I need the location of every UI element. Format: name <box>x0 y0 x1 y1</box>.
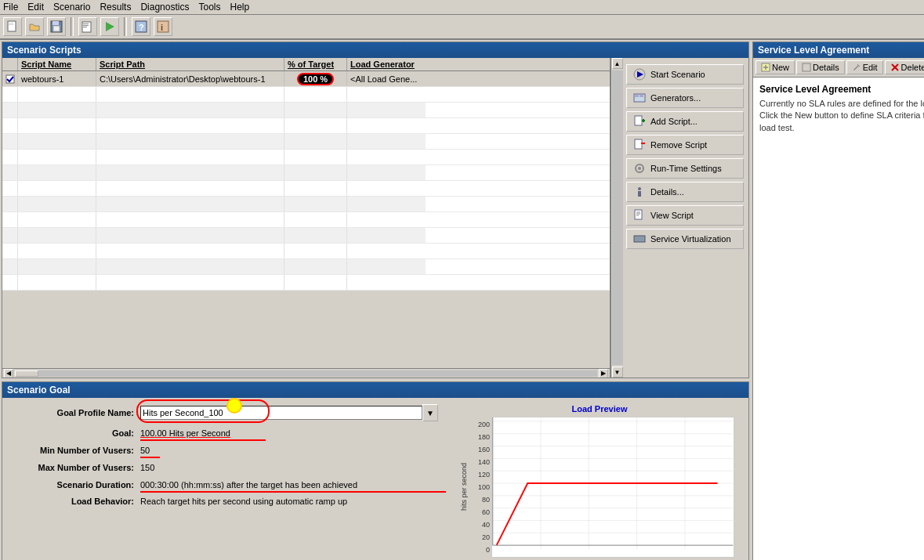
max-vusers-row: Max Number of Vusers: 150 <box>15 462 438 473</box>
add-script-label: Add Script... <box>650 117 698 126</box>
goal-profile-row: Goal Profile Name: ▼ <box>15 404 438 421</box>
y-tick-160: 160 <box>478 446 490 453</box>
add-script-icon <box>632 115 647 128</box>
min-vusers-label: Min Number of Vusers: <box>15 446 140 455</box>
empty-row <box>2 181 610 197</box>
hscroll-right-btn[interactable]: ▶ <box>599 369 608 378</box>
menu-results[interactable]: Results <box>100 2 131 13</box>
details-button[interactable]: Details... <box>626 182 744 202</box>
vscroll-up-btn[interactable]: ▲ <box>612 58 623 69</box>
empty-row <box>2 197 610 212</box>
remove-script-button[interactable]: Remove Script <box>626 135 744 155</box>
hscroll-left-btn[interactable]: ◀ <box>4 369 13 378</box>
start-scenario-button[interactable]: Start Scenario <box>626 64 744 85</box>
add-script-button[interactable]: Add Script... <box>626 111 744 132</box>
goal-content: Goal Profile Name: ▼ Goal: <box>2 398 748 560</box>
hscroll-track[interactable] <box>15 370 597 377</box>
toolbar-about-btn[interactable]: i <box>154 17 172 36</box>
action-buttons-panel: Start Scenario Generators... Add Script.… <box>623 58 748 378</box>
toolbar-open-btn[interactable] <box>25 17 44 36</box>
y-tick-100: 100 <box>478 483 490 491</box>
col-target-header[interactable]: % of Target <box>284 58 347 70</box>
vscroll-track[interactable] <box>612 70 623 365</box>
menu-help[interactable]: Help <box>230 2 249 13</box>
svg-rect-30 <box>635 210 642 219</box>
empty-row <box>2 275 610 291</box>
left-panels: Scenario Scripts Script Name Script Path… <box>0 40 751 560</box>
toolbar-script-btn[interactable] <box>78 17 97 36</box>
runtime-settings-button[interactable]: Run-Time Settings <box>626 158 744 179</box>
y-tick-120: 120 <box>478 471 490 479</box>
toolbar-separator-2 <box>124 17 127 36</box>
min-vusers-value: 50 <box>140 446 150 455</box>
sla-details-btn[interactable]: Details <box>796 60 845 74</box>
table-header: Script Name Script Path % of Target Load… <box>2 58 610 71</box>
svg-text:?: ? <box>139 23 144 32</box>
load-behavior-row: Load Behavior: Reach target hits per sec… <box>15 497 438 506</box>
service-virtualization-button[interactable]: Service Virtualization <box>626 229 744 249</box>
view-script-button[interactable]: View Script <box>626 205 744 226</box>
empty-row <box>2 212 610 228</box>
empty-row <box>2 259 610 275</box>
svg-rect-0 <box>8 21 16 31</box>
vscroll-down-btn[interactable]: ▼ <box>612 367 623 378</box>
svg-rect-2 <box>9 24 13 25</box>
scenario-goal-title: Scenario Goal <box>2 382 748 398</box>
sla-content: Service Level Agreement Currently no SLA… <box>753 78 924 560</box>
empty-row <box>2 103 610 118</box>
menu-file[interactable]: File <box>3 2 18 13</box>
sla-description: Currently no SLA rules are defined for t… <box>759 98 924 134</box>
view-script-icon <box>632 209 647 222</box>
goal-profile-input[interactable] <box>140 406 422 420</box>
toolbar-separator-1 <box>71 17 74 36</box>
menu-edit[interactable]: Edit <box>27 2 44 13</box>
col-path-header[interactable]: Script Path <box>96 58 284 70</box>
sla-new-btn[interactable]: New <box>756 60 795 74</box>
hscroll-thumb[interactable] <box>15 370 38 377</box>
row-checkbox[interactable] <box>2 71 18 86</box>
svg-rect-34 <box>634 236 645 242</box>
vertical-scrollbar[interactable]: ▲ ▼ <box>611 58 623 378</box>
menu-diagnostics[interactable]: Diagnostics <box>140 2 189 13</box>
load-behavior-value: Reach target hits per second using autom… <box>140 497 347 506</box>
toolbar-run-btn[interactable] <box>100 17 119 36</box>
menu-scenario[interactable]: Scenario <box>53 2 90 13</box>
menu-tools[interactable]: Tools <box>198 2 220 13</box>
svg-rect-9 <box>83 27 87 27</box>
goal-profile-dropdown-btn[interactable]: ▼ <box>422 404 438 421</box>
col-name-header[interactable]: Script Name <box>18 58 96 70</box>
sla-delete-btn[interactable]: Delete <box>885 60 924 74</box>
table-row[interactable]: webtours-1 C:\Users\Administrator\Deskto… <box>2 71 610 87</box>
sla-delete-label: Delete <box>901 63 924 72</box>
empty-row <box>2 134 610 150</box>
toolbar-help-btn[interactable]: ? <box>132 17 150 36</box>
toolbar-save-btn[interactable] <box>47 17 66 36</box>
sla-edit-btn[interactable]: Edit <box>846 60 883 74</box>
svg-rect-29 <box>638 191 641 197</box>
row-script-name: webtours-1 <box>18 71 96 86</box>
scenario-goal-panel: Scenario Goal Goal Profile Name: <box>2 381 749 560</box>
sla-toolbar: New Details Edit Delete Ad... <box>753 58 924 78</box>
goal-label: Goal: <box>15 428 140 438</box>
y-tick-60: 60 <box>482 508 490 516</box>
svg-rect-4 <box>53 21 59 25</box>
scripts-content: Script Name Script Path % of Target Load… <box>2 58 748 378</box>
toolbar-new-btn[interactable] <box>3 17 22 36</box>
svg-rect-8 <box>83 25 89 26</box>
empty-row <box>2 228 610 244</box>
start-scenario-label: Start Scenario <box>650 70 705 79</box>
min-vusers-row: Min Number of Vusers: 50 <box>15 445 438 456</box>
play-icon <box>632 68 647 81</box>
runtime-settings-label: Run-Time Settings <box>650 164 722 173</box>
horizontal-scrollbar[interactable]: ◀ ▶ <box>2 368 610 378</box>
goal-form: Goal Profile Name: ▼ Goal: <box>2 398 451 560</box>
sla-panel: Service Level Agreement New Details Edit… <box>752 42 924 560</box>
row-generator: <All Load Gene... <box>347 71 426 86</box>
y-tick-140: 140 <box>478 458 490 466</box>
col-gen-header[interactable]: Load Generator <box>347 58 426 70</box>
generators-label: Generators... <box>650 93 701 103</box>
row-target[interactable]: 100 % <box>284 71 347 86</box>
goal-underline-annotation <box>140 439 266 441</box>
scenario-scripts-title: Scenario Scripts <box>2 42 748 58</box>
generators-button[interactable]: Generators... <box>626 88 744 108</box>
